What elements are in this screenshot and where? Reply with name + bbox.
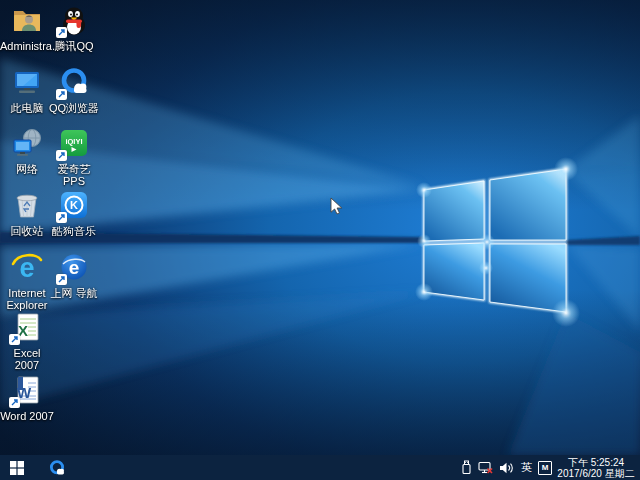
clock-date: 2017/6/20 星期二 xyxy=(556,468,636,479)
desktop-icon-label: 此电脑 xyxy=(0,102,54,114)
shortcut-arrow-icon xyxy=(56,150,67,161)
desktop-icon-label: Internet Explorer xyxy=(0,287,54,311)
system-tray: 英 M 下午 5:25:24 2017/6/20 星期二 xyxy=(458,455,640,480)
volume-tray-icon[interactable] xyxy=(496,455,517,480)
desktop[interactable]: Administra... 腾讯QQ 此电脑 xyxy=(0,0,640,455)
mouse-cursor xyxy=(330,197,345,218)
ime-mode-badge[interactable]: M xyxy=(538,461,552,475)
desktop-icon-web-navigation[interactable]: e 上网 导航 xyxy=(47,251,101,299)
shortcut-arrow-icon xyxy=(56,274,67,285)
shortcut-arrow-icon xyxy=(56,27,67,38)
desktop-icon-internet-explorer[interactable]: e Internet Explorer xyxy=(0,251,54,311)
desktop-icon-label: 回收站 xyxy=(0,225,54,237)
shortcut-arrow-icon xyxy=(9,334,20,345)
shortcut-arrow-icon xyxy=(56,89,67,100)
taskbar: 英 M 下午 5:25:24 2017/6/20 星期二 xyxy=(0,455,640,480)
desktop-icon-label: QQ浏览器 xyxy=(47,102,101,114)
kugou-k-glyph: K xyxy=(70,199,78,211)
desktop-icon-iqiyi-pps[interactable]: iQIYI 爱奇艺PPS xyxy=(47,127,101,187)
internet-explorer-icon: e xyxy=(11,251,43,283)
desktop-icon-kugou-music[interactable]: K 酷狗音乐 xyxy=(47,189,101,237)
desktop-icon-recycle-bin[interactable]: 回收站 xyxy=(0,189,54,237)
desktop-icon-label: 腾讯QQ xyxy=(47,40,101,52)
windows-desktop-screen: Administra... 腾讯QQ 此电脑 xyxy=(0,0,640,480)
desktop-icon-label: Word 2007 xyxy=(0,410,54,422)
desktop-icon-label: 酷狗音乐 xyxy=(47,225,101,237)
desktop-icon-label: 网络 xyxy=(0,163,54,175)
desktop-icon-administrator[interactable]: Administra... xyxy=(0,4,54,52)
this-pc-icon xyxy=(11,66,43,98)
desktop-icon-label: 爱奇艺PPS xyxy=(47,163,101,187)
desktop-icon-excel-2007[interactable]: X Excel 2007 xyxy=(0,311,54,371)
desktop-icon-label: 上网 导航 xyxy=(47,287,101,299)
ime-language-indicator[interactable]: 英 xyxy=(517,455,536,480)
desktop-icon-tencent-qq[interactable]: 腾讯QQ xyxy=(47,4,101,52)
network-icon xyxy=(11,127,43,159)
qq-browser-icon xyxy=(48,459,66,477)
desktop-icon-network[interactable]: 网络 xyxy=(0,127,54,175)
desktop-icon-this-pc[interactable]: 此电脑 xyxy=(0,66,54,114)
windows-logo-icon xyxy=(10,461,24,475)
iqiyi-wordmark: iQIYI xyxy=(65,137,82,146)
recycle-bin-icon xyxy=(11,189,43,221)
desktop-icon-qq-browser[interactable]: QQ浏览器 xyxy=(47,66,101,114)
taskbar-clock[interactable]: 下午 5:25:24 2017/6/20 星期二 xyxy=(556,456,640,479)
desktop-icon-label: Administra... xyxy=(0,40,54,52)
desktop-icon-word-2007[interactable]: W Word 2007 xyxy=(0,374,54,422)
shortcut-arrow-icon xyxy=(9,397,20,408)
clock-time: 下午 5:25:24 xyxy=(556,457,636,468)
user-folder-icon xyxy=(11,4,43,36)
start-button[interactable] xyxy=(0,455,34,480)
usb-device-tray-icon[interactable] xyxy=(458,455,475,480)
desktop-icon-label: Excel 2007 xyxy=(0,347,54,371)
shortcut-arrow-icon xyxy=(56,212,67,223)
network-disconnected-tray-icon[interactable] xyxy=(475,455,496,480)
taskbar-qq-browser-button[interactable] xyxy=(42,455,72,480)
